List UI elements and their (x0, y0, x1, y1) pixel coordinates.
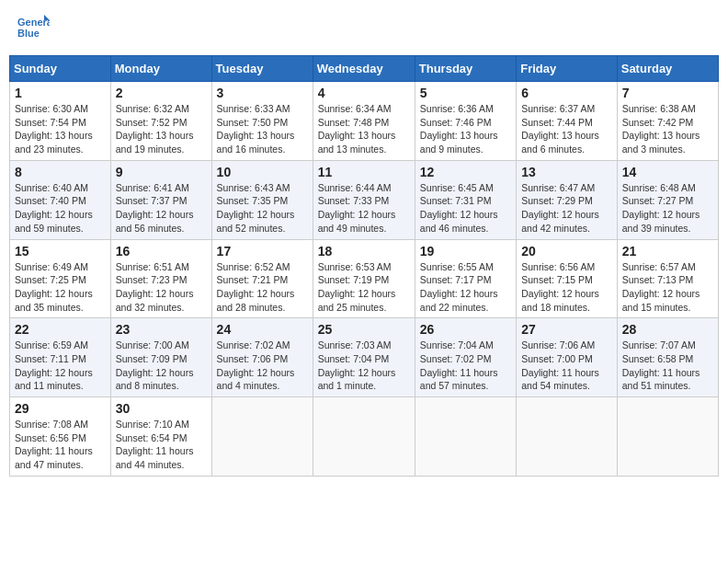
calendar-cell: 23Sunrise: 7:00 AMSunset: 7:09 PMDayligh… (110, 318, 211, 397)
day-info: Sunrise: 6:53 AMSunset: 7:19 PMDaylight:… (318, 260, 410, 315)
day-number: 21 (622, 244, 713, 259)
col-header-monday: Monday (110, 56, 211, 82)
calendar-cell: 4Sunrise: 6:34 AMSunset: 7:48 PMDaylight… (313, 82, 415, 161)
calendar-cell: 25Sunrise: 7:03 AMSunset: 7:04 PMDayligh… (313, 318, 415, 397)
day-number: 18 (318, 244, 410, 259)
calendar-cell: 9Sunrise: 6:41 AMSunset: 7:37 PMDaylight… (110, 160, 211, 239)
day-number: 1 (15, 86, 106, 100)
day-number: 3 (217, 86, 308, 100)
day-info: Sunrise: 7:00 AMSunset: 7:09 PMDaylight:… (116, 339, 207, 393)
calendar-cell: 12Sunrise: 6:45 AMSunset: 7:31 PMDayligh… (415, 160, 516, 239)
day-info: Sunrise: 6:43 AMSunset: 7:35 PMDaylight:… (217, 181, 308, 236)
col-header-saturday: Saturday (617, 56, 718, 82)
day-number: 8 (15, 165, 106, 179)
day-number: 15 (15, 244, 106, 259)
day-info: Sunrise: 6:49 AMSunset: 7:25 PMDaylight:… (15, 260, 106, 315)
day-number: 27 (521, 322, 612, 337)
day-number: 26 (420, 322, 511, 337)
calendar-cell: 18Sunrise: 6:53 AMSunset: 7:19 PMDayligh… (313, 239, 415, 318)
calendar-cell: 10Sunrise: 6:43 AMSunset: 7:35 PMDayligh… (211, 160, 313, 239)
day-number: 7 (622, 86, 713, 100)
day-info: Sunrise: 6:55 AMSunset: 7:17 PMDaylight:… (420, 260, 511, 315)
col-header-sunday: Sunday (10, 56, 111, 82)
day-info: Sunrise: 6:56 AMSunset: 7:15 PMDaylight:… (521, 260, 612, 315)
calendar-cell: 17Sunrise: 6:52 AMSunset: 7:21 PMDayligh… (211, 239, 313, 318)
calendar-cell: 22Sunrise: 6:59 AMSunset: 7:11 PMDayligh… (10, 318, 111, 397)
calendar-cell: 27Sunrise: 7:06 AMSunset: 7:00 PMDayligh… (517, 318, 618, 397)
day-number: 2 (116, 86, 207, 100)
day-number: 19 (420, 244, 511, 259)
calendar-week-row: 22Sunrise: 6:59 AMSunset: 7:11 PMDayligh… (10, 318, 719, 397)
day-number: 14 (622, 165, 713, 179)
calendar-week-row: 1Sunrise: 6:30 AMSunset: 7:54 PMDaylight… (10, 82, 719, 161)
day-number: 13 (521, 165, 612, 179)
logo: General Blue (17, 13, 50, 46)
day-info: Sunrise: 6:37 AMSunset: 7:44 PMDaylight:… (521, 102, 612, 156)
calendar-cell (617, 397, 718, 477)
day-info: Sunrise: 6:36 AMSunset: 7:46 PMDaylight:… (420, 102, 511, 156)
calendar-cell: 5Sunrise: 6:36 AMSunset: 7:46 PMDaylight… (415, 82, 516, 161)
day-number: 22 (15, 322, 106, 337)
calendar-cell: 14Sunrise: 6:48 AMSunset: 7:27 PMDayligh… (617, 160, 718, 239)
calendar-cell (415, 397, 516, 477)
calendar-cell: 26Sunrise: 7:04 AMSunset: 7:02 PMDayligh… (415, 318, 516, 397)
calendar-header-row: SundayMondayTuesdayWednesdayThursdayFrid… (10, 56, 719, 82)
day-info: Sunrise: 6:59 AMSunset: 7:11 PMDaylight:… (15, 339, 106, 393)
calendar-week-row: 29Sunrise: 7:08 AMSunset: 6:56 PMDayligh… (10, 397, 719, 477)
calendar-cell: 15Sunrise: 6:49 AMSunset: 7:25 PMDayligh… (10, 239, 111, 318)
calendar-cell: 1Sunrise: 6:30 AMSunset: 7:54 PMDaylight… (10, 82, 111, 161)
calendar-cell: 2Sunrise: 6:32 AMSunset: 7:52 PMDaylight… (110, 82, 211, 161)
col-header-thursday: Thursday (415, 56, 516, 82)
day-number: 25 (318, 322, 410, 337)
day-info: Sunrise: 7:04 AMSunset: 7:02 PMDaylight:… (420, 339, 511, 393)
day-number: 9 (116, 165, 207, 179)
day-info: Sunrise: 7:08 AMSunset: 6:56 PMDaylight:… (15, 418, 106, 472)
calendar-cell: 29Sunrise: 7:08 AMSunset: 6:56 PMDayligh… (10, 397, 111, 477)
day-info: Sunrise: 6:32 AMSunset: 7:52 PMDaylight:… (116, 102, 207, 156)
day-number: 10 (217, 165, 308, 179)
day-info: Sunrise: 7:10 AMSunset: 6:54 PMDaylight:… (116, 418, 207, 472)
calendar-cell: 24Sunrise: 7:02 AMSunset: 7:06 PMDayligh… (211, 318, 313, 397)
col-header-wednesday: Wednesday (313, 56, 415, 82)
calendar-cell: 11Sunrise: 6:44 AMSunset: 7:33 PMDayligh… (313, 160, 415, 239)
day-number: 30 (116, 401, 207, 416)
calendar-week-row: 8Sunrise: 6:40 AMSunset: 7:40 PMDaylight… (10, 160, 719, 239)
day-number: 23 (116, 322, 207, 337)
day-info: Sunrise: 6:30 AMSunset: 7:54 PMDaylight:… (15, 102, 106, 156)
day-info: Sunrise: 7:06 AMSunset: 7:00 PMDaylight:… (521, 339, 612, 393)
calendar-cell: 16Sunrise: 6:51 AMSunset: 7:23 PMDayligh… (110, 239, 211, 318)
day-number: 16 (116, 244, 207, 259)
day-info: Sunrise: 6:40 AMSunset: 7:40 PMDaylight:… (15, 181, 106, 236)
day-info: Sunrise: 6:44 AMSunset: 7:33 PMDaylight:… (318, 181, 410, 236)
calendar-cell (517, 397, 618, 477)
day-number: 12 (420, 165, 511, 179)
day-number: 28 (622, 322, 713, 337)
day-number: 24 (217, 322, 308, 337)
day-info: Sunrise: 6:34 AMSunset: 7:48 PMDaylight:… (318, 102, 410, 156)
calendar-cell (211, 397, 313, 477)
calendar-cell: 3Sunrise: 6:33 AMSunset: 7:50 PMDaylight… (211, 82, 313, 161)
day-info: Sunrise: 7:03 AMSunset: 7:04 PMDaylight:… (318, 339, 410, 393)
day-info: Sunrise: 6:51 AMSunset: 7:23 PMDaylight:… (116, 260, 207, 315)
calendar-cell: 30Sunrise: 7:10 AMSunset: 6:54 PMDayligh… (110, 397, 211, 477)
calendar-cell: 7Sunrise: 6:38 AMSunset: 7:42 PMDaylight… (617, 82, 718, 161)
col-header-friday: Friday (517, 56, 618, 82)
day-number: 5 (420, 86, 511, 100)
day-info: Sunrise: 6:45 AMSunset: 7:31 PMDaylight:… (420, 181, 511, 236)
day-number: 20 (521, 244, 612, 259)
day-number: 29 (15, 401, 106, 416)
calendar-cell: 13Sunrise: 6:47 AMSunset: 7:29 PMDayligh… (517, 160, 618, 239)
day-info: Sunrise: 6:33 AMSunset: 7:50 PMDaylight:… (217, 102, 308, 156)
day-info: Sunrise: 6:38 AMSunset: 7:42 PMDaylight:… (622, 102, 713, 156)
day-info: Sunrise: 6:52 AMSunset: 7:21 PMDaylight:… (217, 260, 308, 315)
calendar-cell: 8Sunrise: 6:40 AMSunset: 7:40 PMDaylight… (10, 160, 111, 239)
day-number: 4 (318, 86, 410, 100)
calendar-cell: 21Sunrise: 6:57 AMSunset: 7:13 PMDayligh… (617, 239, 718, 318)
svg-text:Blue: Blue (17, 28, 40, 39)
col-header-tuesday: Tuesday (211, 56, 313, 82)
day-number: 17 (217, 244, 308, 259)
calendar-table: SundayMondayTuesdayWednesdayThursdayFrid… (9, 55, 719, 477)
calendar-cell (313, 397, 415, 477)
day-info: Sunrise: 6:41 AMSunset: 7:37 PMDaylight:… (116, 181, 207, 236)
calendar-cell: 28Sunrise: 7:07 AMSunset: 6:58 PMDayligh… (617, 318, 718, 397)
